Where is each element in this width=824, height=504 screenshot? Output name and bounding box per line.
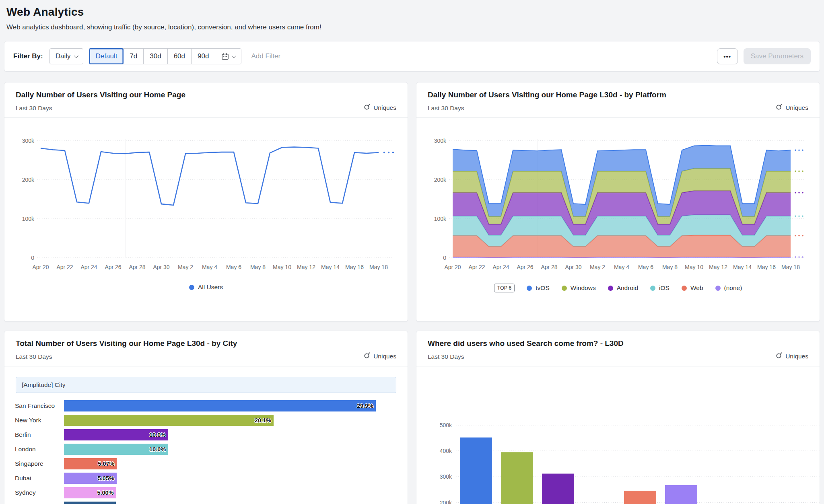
city-row-rio: Rio4.99%: [15, 502, 397, 504]
svg-text:Apr 26: Apr 26: [105, 264, 121, 270]
city-row-dubai: Dubai5.05%: [15, 473, 397, 484]
page-header: Web Analytics Web analytics dashboard, s…: [0, 0, 824, 35]
city-label: San Francisco: [15, 402, 64, 409]
card-header: Total Number of Users Visiting our Home …: [4, 331, 408, 366]
city-bar[interactable]: 5.05%: [64, 473, 117, 484]
hbar-chart-cities[interactable]: San Francisco29.9%New York20.1%Berlin10.…: [15, 400, 397, 504]
city-value: 29.9%: [357, 403, 376, 409]
city-value: 5.00%: [97, 490, 116, 496]
legend-item-none[interactable]: (none): [715, 284, 742, 292]
filter-bar: Filter By: Daily Default7d30d60d90d Add …: [4, 41, 820, 72]
preset-60d[interactable]: 60d: [167, 49, 191, 64]
legend-item-tvos[interactable]: tvOS: [527, 284, 549, 292]
city-bar[interactable]: 5.07%: [64, 458, 117, 469]
legend-item-android[interactable]: Android: [608, 284, 638, 292]
chevron-down-icon: [74, 53, 78, 58]
card-daily-users: Daily Number of Users Visiting our Home …: [4, 82, 408, 322]
svg-text:May 10: May 10: [273, 264, 291, 270]
svg-text:300k: 300k: [434, 138, 447, 144]
city-bar[interactable]: 4.99%: [64, 502, 116, 504]
city-label: Berlin: [15, 431, 64, 438]
card-users-by-city: Total Number of Users Visiting our Home …: [4, 331, 408, 504]
metric-label: Uniques: [373, 104, 396, 111]
chart-date-range: Last 30 Days: [428, 105, 808, 112]
legend-item-allusers[interactable]: All Users: [189, 284, 223, 291]
group-by-field[interactable]: [Amplitude] City: [16, 377, 396, 393]
svg-text:400k: 400k: [440, 448, 452, 454]
chart-date-range: Last 30 Days: [16, 105, 396, 112]
legend-item-ios[interactable]: iOS: [650, 284, 670, 292]
city-label: Dubai: [15, 475, 64, 482]
metric-selector[interactable]: Uniques: [776, 352, 808, 360]
city-value: 10.0%: [149, 432, 168, 438]
series-color-dot: [715, 286, 721, 291]
svg-text:May 14: May 14: [733, 264, 752, 270]
legend-item-windows[interactable]: Windows: [562, 284, 596, 292]
preset-90d[interactable]: 90d: [191, 49, 215, 64]
line-chart-daily-users[interactable]: 0100k200k300kApr 20Apr 22Apr 24Apr 26Apr…: [15, 124, 397, 278]
series-color-dot: [189, 285, 194, 290]
chart-date-range: Last 30 Days: [16, 353, 396, 360]
city-label: New York: [15, 417, 64, 424]
card-search-sources: Where did users who used Search come fro…: [416, 331, 820, 504]
legend-item-web[interactable]: Web: [682, 284, 703, 292]
svg-text:May 6: May 6: [638, 264, 653, 270]
svg-text:May 4: May 4: [614, 264, 629, 270]
metric-selector[interactable]: Uniques: [364, 352, 396, 360]
user-uniques-icon: [364, 103, 371, 112]
metric-label: Uniques: [785, 104, 808, 111]
card-daily-users-by-platform: Daily Number of Users Visiting our Home …: [416, 82, 820, 322]
city-bar[interactable]: 29.9%: [64, 400, 376, 411]
custom-date-picker[interactable]: [215, 49, 241, 64]
metric-label: Uniques: [373, 353, 396, 360]
user-uniques-icon: [364, 352, 371, 360]
svg-text:200k: 200k: [440, 500, 452, 504]
granularity-value: Daily: [56, 52, 71, 60]
svg-text:500k: 500k: [440, 422, 452, 428]
svg-text:May 18: May 18: [369, 264, 388, 270]
svg-text:100k: 100k: [22, 216, 35, 222]
chart-title: Daily Number of Users Visiting our Home …: [16, 91, 396, 99]
chart-title: Daily Number of Users Visiting our Home …: [428, 91, 808, 99]
city-bar[interactable]: 20.1%: [64, 415, 274, 426]
city-bar[interactable]: 10.0%: [64, 444, 168, 455]
svg-text:May 8: May 8: [250, 264, 266, 270]
svg-text:300k: 300k: [440, 473, 452, 480]
svg-text:May 12: May 12: [297, 264, 315, 270]
dashboard-grid: Daily Number of Users Visiting our Home …: [4, 82, 820, 504]
svg-text:Apr 24: Apr 24: [492, 264, 509, 270]
add-filter-button[interactable]: Add Filter: [251, 52, 280, 60]
metric-selector[interactable]: Uniques: [776, 103, 808, 112]
series-color-dot: [562, 286, 567, 291]
vbar-chart-search-sources[interactable]: 100k200k300k400k500k: [427, 373, 809, 504]
svg-text:0: 0: [443, 255, 446, 261]
metric-selector[interactable]: Uniques: [364, 103, 396, 112]
preset-default[interactable]: Default: [89, 49, 123, 64]
preset-30d[interactable]: 30d: [143, 49, 167, 64]
city-bar[interactable]: 10.0%: [64, 429, 168, 440]
granularity-dropdown[interactable]: Daily: [49, 48, 84, 64]
chevron-down-icon: [232, 53, 236, 58]
series-color-dot: [608, 286, 613, 291]
calendar-icon: [221, 53, 229, 60]
more-options-button[interactable]: •••: [717, 48, 738, 64]
metric-label: Uniques: [785, 353, 808, 360]
city-value: 20.1%: [255, 417, 274, 424]
svg-text:May 18: May 18: [781, 264, 800, 270]
series-color-dot: [650, 286, 655, 291]
svg-text:Apr 28: Apr 28: [541, 264, 557, 270]
svg-text:Apr 24: Apr 24: [80, 264, 97, 270]
filter-by-label: Filter By:: [13, 52, 43, 60]
city-bar[interactable]: 5.00%: [64, 487, 116, 498]
chart-title: Total Number of Users Visiting our Home …: [16, 339, 396, 348]
svg-text:Apr 26: Apr 26: [517, 264, 533, 270]
svg-text:200k: 200k: [434, 177, 447, 183]
svg-text:Apr 22: Apr 22: [56, 264, 73, 270]
preset-7d[interactable]: 7d: [123, 49, 143, 64]
svg-text:May 2: May 2: [178, 264, 193, 270]
svg-text:May 12: May 12: [709, 264, 727, 270]
stacked-area-chart-platforms[interactable]: 0100k200k300kApr 20Apr 22Apr 24Apr 26Apr…: [427, 124, 809, 278]
city-row-new-york: New York20.1%: [15, 415, 397, 426]
city-row-sydney: Sydney5.00%: [15, 487, 397, 498]
save-parameters-button[interactable]: Save Parameters: [744, 48, 811, 64]
